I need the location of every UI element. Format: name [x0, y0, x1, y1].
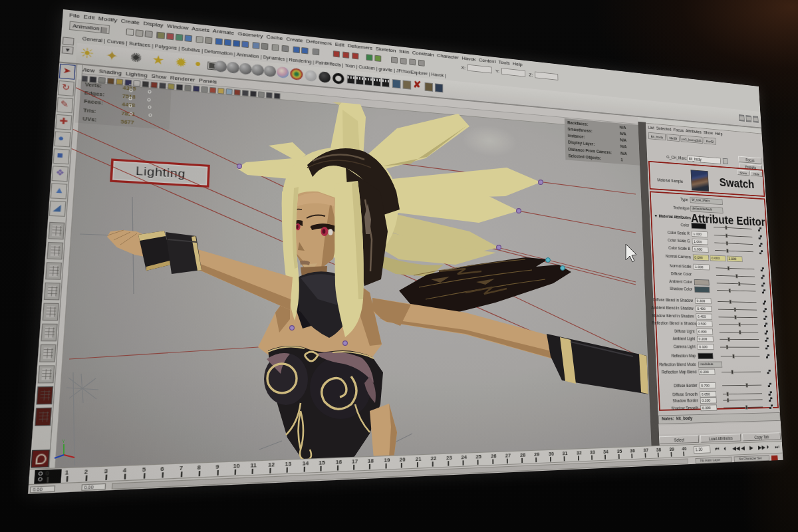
svg-text:Y: Y: [62, 439, 65, 444]
